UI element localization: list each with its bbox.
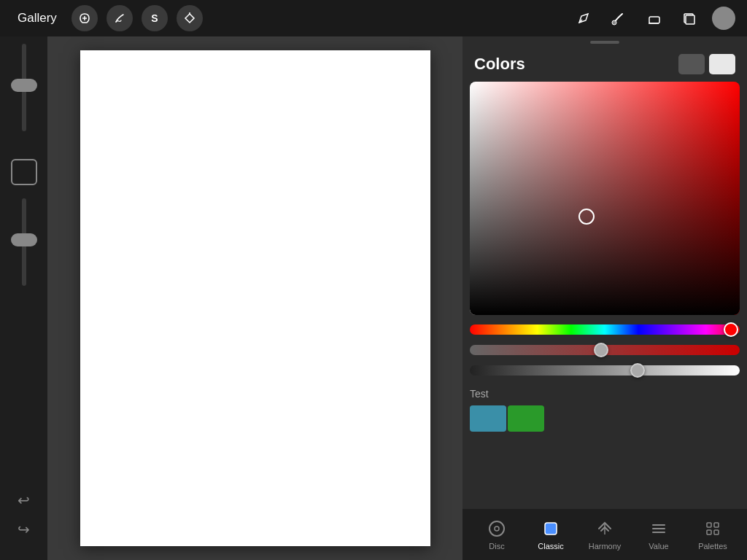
disc-tab-label: Disc <box>489 542 504 551</box>
value-tab-icon <box>649 518 669 539</box>
tab-palettes[interactable]: Palettes <box>686 513 740 556</box>
svg-rect-12 <box>545 523 557 534</box>
opacity-slider[interactable] <box>9 198 39 286</box>
palettes-tab-label: Palettes <box>698 542 727 551</box>
brush-size-thumb[interactable] <box>11 79 37 92</box>
brush-tool-icon[interactable] <box>607 7 630 30</box>
tab-harmony[interactable]: Harmony <box>578 513 632 556</box>
test-teal-block[interactable] <box>470 405 506 432</box>
left-sidebar: ↩ ↪ <box>0 36 47 560</box>
test-colors <box>470 405 740 432</box>
svg-point-11 <box>495 526 499 531</box>
top-toolbar: Gallery S <box>0 0 747 36</box>
toolbar-right <box>572 7 735 30</box>
undo-redo-group: ↩ ↪ <box>18 491 30 538</box>
colors-title: Colors <box>474 55 525 74</box>
test-section: Test <box>470 388 740 432</box>
value-slider-row[interactable] <box>470 363 740 378</box>
colors-panel: Colors Test <box>462 36 747 560</box>
tab-disc[interactable]: Disc <box>470 513 524 556</box>
colors-header: Colors <box>462 44 747 82</box>
color-swatches <box>678 54 735 74</box>
avatar[interactable] <box>712 7 735 30</box>
smudge-tool-button[interactable] <box>107 5 133 31</box>
svg-rect-20 <box>714 530 719 534</box>
pen-tool-icon[interactable] <box>572 7 595 30</box>
hue-slider-thumb[interactable] <box>724 322 738 337</box>
canvas-page[interactable] <box>80 50 430 546</box>
tab-classic[interactable]: Classic <box>524 513 578 556</box>
shape-button[interactable] <box>11 159 37 185</box>
svg-rect-18 <box>714 523 719 527</box>
value-slider-track <box>470 365 740 376</box>
eraser-tool-icon[interactable] <box>642 7 665 30</box>
opacity-slider-row[interactable] <box>470 343 740 357</box>
value-slider-thumb[interactable] <box>630 363 645 378</box>
palettes-tab-icon <box>703 518 723 539</box>
classic-tab-icon <box>541 518 561 539</box>
tab-value[interactable]: Value <box>632 513 686 556</box>
test-green-block[interactable] <box>508 405 544 432</box>
layers-icon[interactable] <box>677 7 700 30</box>
light-color-swatch[interactable] <box>709 54 735 74</box>
modify-tool-button[interactable] <box>71 5 98 31</box>
svg-text:S: S <box>151 12 158 24</box>
brush-size-slider[interactable] <box>9 44 39 146</box>
dark-color-swatch[interactable] <box>678 54 705 74</box>
svg-rect-17 <box>707 523 711 527</box>
tab-bar: Disc Classic Harmony <box>462 509 747 560</box>
opacity-thumb[interactable] <box>11 233 37 246</box>
svg-rect-6 <box>649 17 659 23</box>
harmony-tab-label: Harmony <box>589 542 622 551</box>
redo-button[interactable]: ↪ <box>18 521 30 538</box>
transform-tool-button[interactable] <box>177 5 203 31</box>
disc-tab-icon <box>487 518 507 539</box>
harmony-tab-icon <box>595 518 615 539</box>
hue-slider[interactable] <box>470 322 740 337</box>
svg-point-10 <box>489 521 504 536</box>
color-picker-gradient[interactable] <box>470 82 740 315</box>
classic-tab-label: Classic <box>538 542 563 551</box>
gallery-button[interactable]: Gallery <box>12 8 63 28</box>
svg-rect-19 <box>707 530 711 534</box>
opacity-slider-thumb[interactable] <box>594 343 608 357</box>
selection-tool-button[interactable]: S <box>142 5 168 31</box>
undo-button[interactable]: ↩ <box>18 491 30 509</box>
canvas-area <box>47 36 462 560</box>
svg-rect-9 <box>686 15 694 24</box>
value-tab-label: Value <box>649 542 668 551</box>
test-label: Test <box>470 388 740 400</box>
toolbar-left: Gallery S <box>12 5 203 31</box>
hue-slider-track <box>470 324 740 335</box>
svg-point-5 <box>612 20 616 25</box>
